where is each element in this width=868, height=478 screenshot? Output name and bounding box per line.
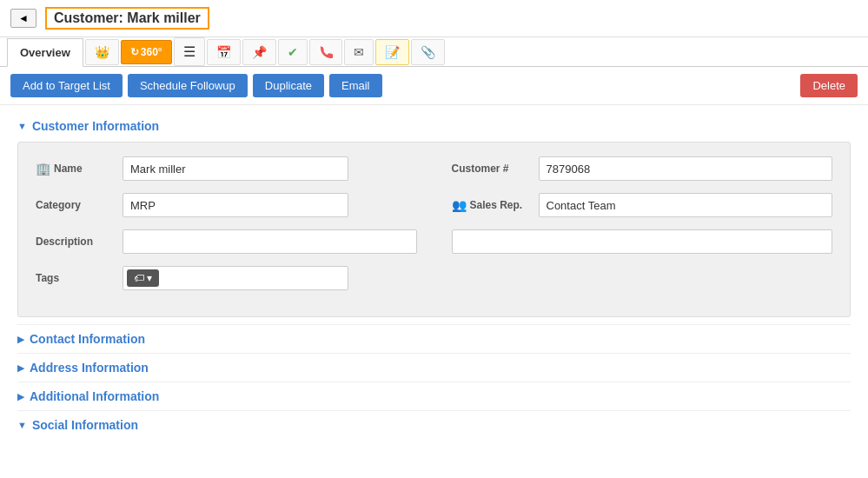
additional-info-arrow: ▶: [17, 391, 24, 402]
form-row-tags: Tags 🏷 ▾: [36, 266, 832, 290]
customer-information-header[interactable]: ▼ Customer Information: [17, 119, 851, 133]
customer-information-panel: 🏢 Name Customer # Category 👥 Sales Rep.: [17, 142, 851, 317]
delete-button[interactable]: Delete: [800, 74, 858, 97]
schedule-followup-button[interactable]: Schedule Followup: [128, 74, 248, 97]
email-button[interactable]: Email: [329, 74, 382, 97]
form-col-tags: Tags 🏷 ▾: [36, 266, 832, 290]
add-to-target-list-button[interactable]: Add to Target List: [10, 74, 123, 97]
address-information-header[interactable]: ▶ Address Information: [17, 361, 851, 375]
form-row-name: 🏢 Name Customer #: [36, 156, 832, 181]
name-label: 🏢 Name: [36, 162, 114, 176]
customer-information-section: ▼ Customer Information 🏢 Name Customer #…: [17, 119, 851, 317]
tab-check[interactable]: ✔: [278, 39, 308, 65]
description-label: Description: [36, 236, 114, 248]
duplicate-button[interactable]: Duplicate: [253, 74, 324, 97]
360-icon: ↻: [130, 46, 139, 58]
building-icon: 🏢: [36, 162, 50, 176]
form-col-description: Description: [36, 229, 417, 254]
tab-note[interactable]: 📝: [375, 39, 409, 65]
form-col-customer-num: Customer #: [417, 156, 833, 181]
description-input[interactable]: [123, 229, 417, 254]
form-col-description-right: [417, 229, 833, 254]
tabs-bar: Overview 👑 ↻ 360° ☰ 📅 📌 ✔ ✉ 📝 📎: [0, 37, 868, 67]
page-header: ◄ Customer: Mark miller: [0, 0, 868, 37]
sales-rep-label: 👥 Sales Rep.: [452, 198, 530, 212]
contact-info-arrow: ▶: [17, 334, 24, 345]
name-input[interactable]: [123, 156, 348, 181]
tab-calendar[interactable]: 📅: [207, 39, 241, 65]
back-icon: ◄: [18, 12, 29, 24]
360-label: 360°: [141, 46, 162, 58]
form-col-category: Category: [36, 193, 417, 217]
social-info-arrow: ▼: [17, 420, 27, 430]
customer-num-input[interactable]: [539, 156, 833, 181]
tab-list[interactable]: ☰: [174, 37, 205, 66]
contact-information-header[interactable]: ▶ Contact Information: [17, 332, 851, 346]
social-information-section: ▼ Social Information: [17, 410, 851, 439]
customer-num-label: Customer #: [452, 163, 530, 175]
form-row-category: Category 👥 Sales Rep.: [36, 193, 832, 217]
category-input[interactable]: [123, 193, 348, 217]
contact-information-section: ▶ Contact Information: [17, 324, 851, 353]
form-col-name: 🏢 Name: [36, 156, 417, 181]
address-information-title: Address Information: [30, 361, 149, 375]
action-bar: Add to Target List Schedule Followup Dup…: [0, 67, 868, 105]
tab-360[interactable]: ↻ 360°: [121, 40, 172, 64]
tags-label: Tags: [36, 272, 114, 284]
customer-information-title: Customer Information: [32, 119, 159, 133]
social-information-title: Social Information: [32, 418, 138, 432]
additional-information-title: Additional Information: [30, 389, 159, 403]
additional-information-header[interactable]: ▶ Additional Information: [17, 389, 851, 403]
tags-button[interactable]: 🏷 ▾: [127, 269, 159, 287]
contact-information-title: Contact Information: [30, 332, 145, 346]
category-label: Category: [36, 199, 114, 211]
page-title: Customer: Mark miller: [45, 7, 209, 30]
back-button[interactable]: ◄: [10, 9, 36, 28]
tab-crown[interactable]: 👑: [85, 39, 119, 65]
tag-icon: 🏷: [134, 272, 144, 284]
social-information-header[interactable]: ▼ Social Information: [17, 418, 851, 432]
section-collapse-icon: ▼: [17, 121, 27, 131]
tab-email[interactable]: ✉: [344, 39, 374, 65]
tags-dropdown-arrow: ▾: [147, 272, 152, 284]
form-col-sales-rep: 👥 Sales Rep.: [417, 193, 833, 217]
form-row-description: Description: [36, 229, 832, 254]
tags-wrapper[interactable]: 🏷 ▾: [123, 266, 348, 290]
sales-rep-input[interactable]: [539, 193, 833, 217]
address-info-arrow: ▶: [17, 362, 24, 374]
tab-phone[interactable]: [309, 39, 342, 65]
tab-paperclip[interactable]: 📎: [411, 39, 445, 65]
tab-overview[interactable]: Overview: [7, 38, 83, 67]
additional-information-section: ▶ Additional Information: [17, 382, 851, 410]
people-icon: 👥: [452, 198, 467, 212]
tab-pin[interactable]: 📌: [242, 39, 276, 65]
address-information-section: ▶ Address Information: [17, 353, 851, 382]
